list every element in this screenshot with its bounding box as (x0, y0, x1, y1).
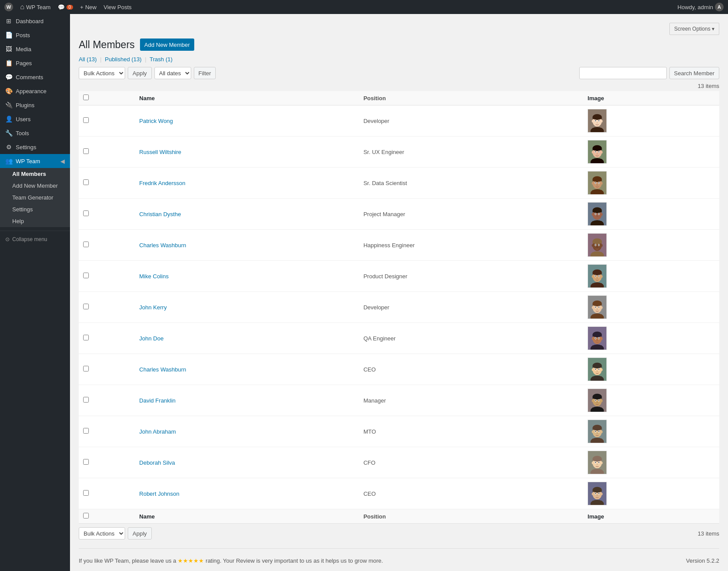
search-input[interactable] (579, 67, 667, 79)
sidebar-item-media[interactable]: 🖼 Media (0, 42, 70, 56)
member-name-link[interactable]: Deborah Silva (139, 459, 175, 466)
main-content: Screen Options ▾ All Members Add New Mem… (70, 14, 728, 571)
sidebar-item-plugins[interactable]: 🔌 Plugins (0, 98, 70, 112)
svg-point-103 (601, 337, 603, 340)
member-name-link[interactable]: Patrick Wong (139, 118, 173, 124)
row-checkbox[interactable] (83, 490, 89, 496)
sidebar-submenu-add-new-member[interactable]: Add New Member (0, 180, 70, 192)
svg-point-142 (601, 431, 603, 433)
member-image-cell (583, 199, 719, 230)
row-checkbox[interactable] (83, 210, 89, 216)
header-name[interactable]: Name (135, 91, 359, 105)
table-nav-top: Bulk Actions Apply All dates Filter Sear… (79, 67, 719, 79)
bulk-actions-select[interactable]: Bulk Actions (79, 67, 125, 79)
sep2: | (145, 56, 146, 63)
svg-point-155 (601, 462, 603, 464)
sidebar-item-label: Appearance (16, 88, 46, 95)
member-name-link[interactable]: Russell Wiltshire (139, 149, 181, 155)
sidebar-submenu-all-members[interactable]: All Members (0, 168, 70, 180)
row-checkbox[interactable] (83, 273, 89, 278)
member-name-link[interactable]: John Kerry (139, 304, 167, 311)
row-checkbox[interactable] (83, 179, 89, 185)
member-name-link[interactable]: Mike Colins (139, 273, 168, 280)
sidebar-item-pages[interactable]: 📋 Pages (0, 56, 70, 70)
svg-rect-119 (592, 407, 602, 412)
search-box: Search Member (579, 67, 719, 79)
svg-rect-80 (592, 314, 602, 319)
svg-point-100 (598, 338, 599, 339)
filter-button[interactable]: Filter (194, 67, 216, 79)
member-name-cell: Charles Washburn (135, 354, 359, 385)
sidebar-item-users[interactable]: 👤 Users (0, 112, 70, 126)
sidebar-submenu-team-generator[interactable]: Team Generator (0, 192, 70, 203)
all-dates-select[interactable]: All dates (154, 67, 191, 79)
sidebar-item-tools[interactable]: 🔧 Tools (0, 126, 70, 140)
footer-note: If you like WP Team, please leave us a ★… (79, 548, 719, 571)
collapse-menu[interactable]: ⊙ Collapse menu (0, 231, 70, 248)
apply-button[interactable]: Apply (128, 67, 152, 79)
sidebar-submenu-settings[interactable]: Settings (0, 203, 70, 215)
team-generator-label: Team Generator (12, 194, 53, 201)
new-item[interactable]: + New (80, 4, 97, 11)
select-all-checkbox-bottom[interactable] (83, 513, 89, 518)
tools-icon: 🔧 (5, 130, 12, 137)
notif-item[interactable]: 💬 0 (58, 4, 74, 11)
member-name-link[interactable]: Robert Johnson (139, 490, 179, 497)
sidebar-submenu-help[interactable]: Help (0, 215, 70, 227)
filter-published[interactable]: Published (13) (105, 56, 142, 63)
svg-rect-132 (592, 438, 602, 443)
row-checkbox[interactable] (83, 366, 89, 371)
add-new-button[interactable]: Add New Member (140, 39, 194, 51)
svg-point-99 (595, 338, 596, 339)
footer-name[interactable]: Name (135, 509, 359, 524)
wp-logo-item[interactable]: W (4, 3, 13, 11)
member-avatar (588, 482, 607, 505)
row-checkbox[interactable] (83, 148, 89, 154)
howdy-item[interactable]: Howdy, admin A (678, 3, 724, 11)
member-name-link[interactable]: Christian Dysthe (139, 211, 181, 217)
footer-position[interactable]: Position (359, 509, 583, 524)
sidebar-item-posts[interactable]: 📄 Posts (0, 28, 70, 42)
table-row: Charles Washburn CEO (79, 354, 719, 385)
member-name-link[interactable]: David Franklin (139, 397, 175, 404)
footer-suffix: rating. Your Review is very important to… (206, 557, 383, 564)
members-table: Name Position Image Patrick Wong Develop… (79, 91, 719, 524)
sidebar-item-wp-team[interactable]: 👥 WP Team ◀ (0, 154, 70, 168)
header-position[interactable]: Position (359, 91, 583, 105)
member-avatar (588, 140, 607, 164)
screen-options-button[interactable]: Screen Options ▾ (669, 23, 719, 35)
svg-point-168 (601, 493, 603, 495)
member-name-link[interactable]: John Abraham (139, 428, 176, 435)
row-checkbox[interactable] (83, 242, 89, 247)
row-checkbox[interactable] (83, 335, 89, 340)
member-name-link[interactable]: Charles Washburn (139, 366, 186, 373)
member-name-link[interactable]: Fredrik Andersson (139, 180, 186, 186)
select-all-checkbox-top[interactable] (83, 95, 89, 100)
row-checkbox[interactable] (83, 428, 89, 434)
filter-all[interactable]: All (13) (79, 56, 97, 63)
plugins-icon: 🔌 (5, 102, 12, 109)
member-name-link[interactable]: John Doe (139, 335, 164, 342)
member-image-cell (583, 385, 719, 416)
row-checkbox[interactable] (83, 117, 89, 123)
row-checkbox[interactable] (83, 304, 89, 309)
sidebar-item-settings[interactable]: ⚙ Settings (0, 140, 70, 154)
sidebar-item-appearance[interactable]: 🎨 Appearance (0, 84, 70, 98)
svg-rect-31 (593, 179, 602, 181)
member-name-link[interactable]: Charles Washburn (139, 242, 186, 249)
search-member-button[interactable]: Search Member (669, 67, 719, 79)
apply-button-bottom[interactable]: Apply (128, 527, 152, 539)
filter-trash[interactable]: Trash (1) (150, 56, 172, 63)
row-checkbox[interactable] (83, 459, 89, 465)
row-checkbox[interactable] (83, 397, 89, 403)
site-name-item[interactable]: ⌂ WP Team (20, 3, 51, 11)
home-icon: ⌂ (20, 3, 24, 11)
svg-point-38 (601, 182, 603, 185)
bulk-actions-select-bottom[interactable]: Bulk Actions (79, 527, 125, 539)
table-row: David Franklin Manager (79, 385, 719, 416)
sidebar-item-comments[interactable]: 💬 Comments (0, 70, 70, 84)
sidebar-item-dashboard[interactable]: ⊞ Dashboard (0, 14, 70, 28)
member-avatar (588, 264, 607, 288)
view-posts-item[interactable]: View Posts (104, 4, 132, 11)
new-label: New (85, 4, 97, 11)
